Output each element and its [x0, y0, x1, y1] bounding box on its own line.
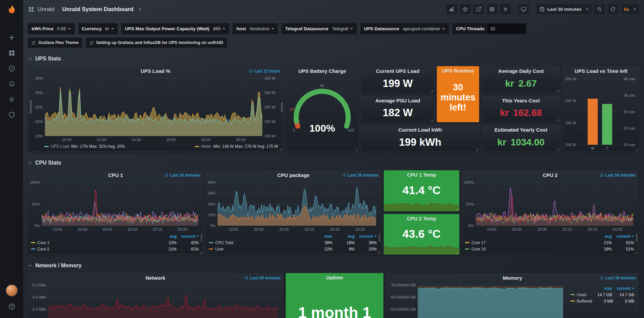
- legend-sort-current[interactable]: current: [177, 234, 199, 239]
- grafana-logo[interactable]: [4, 3, 19, 18]
- alerting-icon[interactable]: [4, 78, 19, 90]
- user-avatar[interactable]: [4, 284, 19, 297]
- legend-swatch: [465, 242, 469, 243]
- panel-title[interactable]: Current Load kWh: [399, 127, 442, 133]
- panel-title[interactable]: CPU 1: [108, 172, 123, 178]
- add-panel-button[interactable]: [446, 4, 458, 15]
- legend-series-toggle[interactable]: Core 17: [465, 240, 590, 245]
- variable-label: host: [236, 26, 249, 31]
- dashboard-link[interactable]: Setting up Grafana and InfluxDB for UPS …: [86, 38, 227, 48]
- panel-title[interactable]: UPS Load %: [141, 68, 170, 74]
- variable-value[interactable]: Telegraf: [331, 26, 356, 31]
- chevron-down-icon: [28, 161, 33, 165]
- variable-input[interactable]: 32: [488, 24, 525, 34]
- create-icon[interactable]: [4, 32, 19, 44]
- share-button[interactable]: [473, 4, 485, 15]
- panel-title[interactable]: UPS Battery Charge: [298, 68, 346, 74]
- legend-sort-current[interactable]: current: [355, 234, 377, 239]
- variable-cpu-threads[interactable]: CPU Threads32: [452, 23, 526, 34]
- variable-value[interactable]: 0.65: [56, 26, 74, 31]
- variable-kwh-price[interactable]: kWh Price0.65: [28, 23, 75, 34]
- section-header-ups-stats[interactable]: UPS Stats: [28, 56, 639, 62]
- variable-value[interactable]: apcupsd-container: [402, 26, 448, 31]
- network-chart[interactable]: 2.0 MBs4.0 MBs6.0 MBs: [28, 282, 283, 318]
- variable-value[interactable]: 865: [213, 26, 229, 31]
- apps-grid-icon[interactable]: [28, 6, 35, 13]
- legend-scrollbar[interactable]: [636, 234, 637, 242]
- legend-series-toggle[interactable]: Used: [570, 292, 590, 297]
- legend-series-toggle[interactable]: Core 5: [31, 247, 154, 252]
- save-button[interactable]: [486, 4, 498, 15]
- breadcrumb-folder[interactable]: Unraid: [38, 6, 54, 13]
- legend-sort-max[interactable]: max: [590, 286, 612, 291]
- variable-value[interactable]: kr: [105, 26, 117, 31]
- legend-value: 51%: [612, 247, 634, 252]
- legend-scrollbar[interactable]: [201, 234, 202, 242]
- legend-series-toggle[interactable]: Core 16: [465, 247, 590, 252]
- panel-title[interactable]: CPU 1 Temp: [407, 172, 436, 178]
- refresh-interval-picker[interactable]: 5s: [620, 4, 639, 15]
- panel-title[interactable]: Network: [145, 275, 165, 281]
- variable-telegraf-datasource[interactable]: Telegraf DatasourceTelegraf: [281, 23, 357, 34]
- legend-value: 3 MB: [592, 299, 613, 304]
- zoom-out-button[interactable]: [594, 4, 605, 15]
- dashboard-switcher-caret-icon[interactable]: [139, 9, 141, 10]
- legend-sort-current[interactable]: current: [612, 286, 634, 291]
- legend-series-toggle[interactable]: UPS LoadMin: 17% Max: 32% Avg: 20%: [44, 144, 125, 149]
- cycle-view-mode-button[interactable]: [518, 4, 530, 15]
- server-admin-shield-icon[interactable]: [4, 109, 19, 121]
- refresh-button[interactable]: [607, 4, 619, 15]
- breadcrumb-dashboard-title[interactable]: Unraid System Dashboard: [62, 6, 134, 13]
- cpu-package-chart[interactable]: 0%10%20%30%40%19:5520:0020:0520:1020:152…: [206, 180, 381, 232]
- legend-sort-avg[interactable]: avg: [332, 234, 355, 239]
- legend-sort-avg[interactable]: avg: [590, 234, 612, 239]
- explore-icon[interactable]: [4, 62, 19, 75]
- panel-title[interactable]: Memory: [503, 275, 522, 281]
- variable-host[interactable]: hostNostromo: [233, 23, 278, 34]
- legend-sort-max[interactable]: max: [310, 234, 332, 239]
- legend-series-toggle[interactable]: User: [209, 247, 310, 252]
- legend-series-toggle[interactable]: CPU Total: [209, 240, 310, 245]
- configuration-gear-icon[interactable]: [4, 93, 19, 105]
- svg-text:35%: 35%: [35, 76, 43, 80]
- legend-series-toggle[interactable]: Core 1: [31, 240, 154, 245]
- caret-down-icon: [68, 28, 71, 30]
- legend-sort-avg[interactable]: avg: [154, 234, 177, 239]
- cpu2-chart[interactable]: 0%50%100%19:5520:0020:0520:1020:1520:20: [462, 180, 638, 232]
- dashboard-link[interactable]: Grafana Plex Theme: [28, 38, 82, 48]
- svg-text:10%: 10%: [208, 213, 216, 217]
- legend-series-toggle[interactable]: Buffered: [570, 299, 592, 304]
- memory-chart[interactable]: 50.000000 GB60.000000 GB70.000000 GB: [386, 282, 568, 318]
- section-header-network-memory[interactable]: Network / Memory: [28, 263, 639, 269]
- section-header-cpu-stats[interactable]: CPU Stats: [28, 160, 639, 166]
- panel-title[interactable]: CPU package: [277, 172, 310, 178]
- svg-text:100%: 100%: [309, 123, 335, 134]
- variable-value[interactable]: Nostromo: [249, 26, 278, 31]
- panel-title[interactable]: CPU 2 Temp: [407, 216, 436, 221]
- legend-scrollbar[interactable]: [379, 234, 380, 242]
- ups-load-vs-time-chart[interactable]: 20 min25 min30 min35 min40 min100 W150 W…: [563, 76, 639, 151]
- panel-title[interactable]: Average PSU Load: [375, 98, 420, 103]
- help-icon[interactable]: ?: [4, 301, 19, 313]
- variable-ups-max-output-power-capacity-watt-[interactable]: UPS Max Output Power Capacity (Watt)865: [121, 23, 229, 34]
- ups-battery-gauge[interactable]: 02050100100%: [286, 76, 358, 151]
- svg-text:0: 0: [293, 128, 295, 132]
- panel-title[interactable]: CPU 2: [543, 172, 557, 178]
- variable-ups-datasource[interactable]: UPS Datasourceapcupsd-container: [360, 23, 449, 34]
- panel-title[interactable]: Uptime: [326, 275, 343, 280]
- legend-series-toggle[interactable]: WattsMin: 148 W Max: 278 W Avg: 175 W: [195, 144, 278, 149]
- panel-title[interactable]: Estimated Yearly Cost: [495, 127, 547, 133]
- panel-title[interactable]: Average Daily Cost: [498, 68, 544, 74]
- dashboard-settings-button[interactable]: [500, 4, 511, 15]
- panel-title[interactable]: This Years Cost: [502, 98, 540, 103]
- variable-currency[interactable]: Currencykr: [78, 23, 118, 34]
- dashboards-icon[interactable]: [4, 47, 19, 59]
- ups-load-chart[interactable]: 15%20%25%30%35%100 W150 W200 W250 W300 W…: [28, 76, 283, 143]
- panel-title[interactable]: UPS Runtime: [442, 68, 474, 74]
- legend-sort-current[interactable]: current: [612, 234, 634, 239]
- panel-title[interactable]: Current UPS Load: [376, 68, 419, 74]
- cpu1-chart[interactable]: 0%50%100%19:5520:0020:0520:1020:1520:20: [28, 180, 203, 232]
- panel-title[interactable]: UPS Load vs Time left: [574, 68, 627, 74]
- time-range-picker[interactable]: Last 30 minutes: [536, 4, 592, 15]
- star-button[interactable]: [459, 4, 471, 15]
